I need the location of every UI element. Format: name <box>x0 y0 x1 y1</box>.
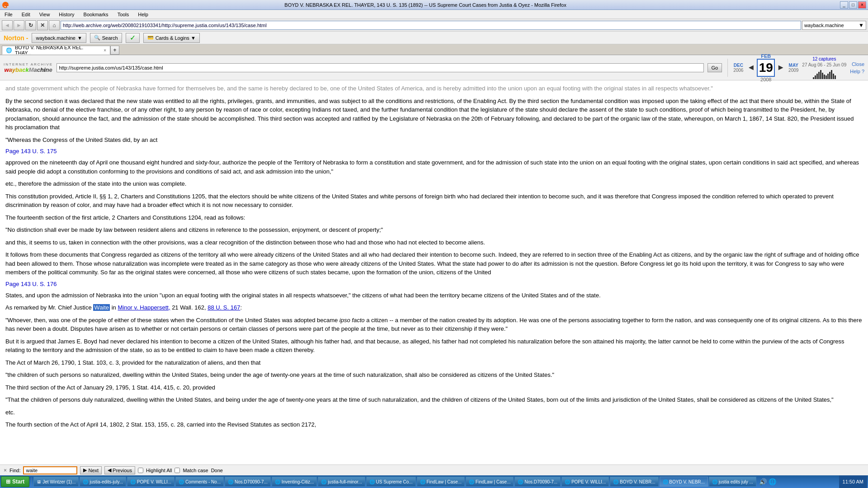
start-button[interactable]: ⊞ Start <box>1 476 29 487</box>
taskbar-label-0: Jet Wintzer (1)... <box>42 479 75 484</box>
para-13: As remarked by Mr. Chief Justice Waite i… <box>5 303 863 312</box>
taskbar-item-12[interactable]: 🌐 BOYD V. NEBR... <box>610 477 658 487</box>
taskbar-icon-12: 🌐 <box>613 479 618 484</box>
taskbar-label-14: justia edits july ... <box>719 479 753 484</box>
taskbar-item-8[interactable]: 🌐 FindLaw | Case... <box>417 477 465 487</box>
menu-history[interactable]: History <box>56 11 77 18</box>
para-9: and this, it seems to us, taken in conne… <box>5 238 863 247</box>
norton-logo: Norton - <box>4 34 28 42</box>
previous-label: Previous <box>113 468 132 473</box>
find-previous-button[interactable]: ◀ Previous <box>104 466 135 474</box>
stop-button[interactable]: ✕ <box>37 20 48 30</box>
reload-button[interactable]: ↻ <box>25 20 36 30</box>
wayback-url-input[interactable] <box>57 63 703 72</box>
taskbar-item-5[interactable]: 🌐 Inventing-Citiz... <box>272 477 317 487</box>
88us167-link[interactable]: 88 U. S. 167 <box>208 304 240 311</box>
svg-text:🦊: 🦊 <box>4 2 9 8</box>
prev-month-button[interactable]: ◄ <box>747 63 755 72</box>
taskbar-icon-4: 🌐 <box>228 479 233 484</box>
taskbar-item-4[interactable]: 🌐 Nos.D70090-7... <box>225 477 271 487</box>
windows-icon: ⊞ <box>6 479 10 485</box>
year-2006: 2006 <box>733 68 743 73</box>
find-next-button[interactable]: ▶ Next <box>80 466 102 474</box>
menu-file[interactable]: File <box>2 11 15 18</box>
taskbar-item-10[interactable]: 🌐 Nos.D70090-7... <box>514 477 561 487</box>
highlight-all-checkbox[interactable] <box>138 468 143 473</box>
taskbar-item-11[interactable]: 🌐 POPE V. WILLI... <box>561 477 609 487</box>
taskbar-icon-8: 🌐 <box>420 479 425 484</box>
para-1: By the second section it was declared th… <box>5 97 863 132</box>
cards-logins-label: Cards & Logins ▼ <box>156 35 196 41</box>
search-label: Search <box>102 35 118 41</box>
para-7: The fourteenth section of the first arti… <box>5 213 863 222</box>
norton-bar: Norton - wayback.machine ▼ 🔍 Search ✓ 💳 … <box>0 32 868 44</box>
menu-help[interactable]: Help <box>135 11 151 18</box>
check-button[interactable]: ✓ <box>126 33 140 43</box>
close-wayback-button[interactable]: Close <box>852 61 864 67</box>
maximize-button[interactable]: □ <box>849 1 857 9</box>
taskbar-item-1[interactable]: 🌐 justia-edits-july... <box>80 477 126 487</box>
menu-view[interactable]: View <box>37 11 53 18</box>
help-button[interactable]: Help ? <box>850 69 864 74</box>
tl-bar-10 <box>829 72 830 79</box>
para-0: and state government which the people of… <box>5 84 863 93</box>
minimize-button[interactable]: _ <box>840 1 848 9</box>
taskbar-item-9[interactable]: 🌐 FindLaw | Case... <box>466 477 514 487</box>
next-month-button[interactable]: ► <box>777 63 785 72</box>
taskbar-item-3[interactable]: 🌐 Comments - No... <box>175 477 224 487</box>
tl-bar-2 <box>815 75 816 79</box>
search-button[interactable]: 🔍 Search <box>90 33 122 43</box>
search-input[interactable] <box>802 21 857 29</box>
back-button[interactable]: ◄ <box>2 20 13 30</box>
internet-archive-label: INTERNET ARCHIVE <box>4 62 53 66</box>
para-4: approved on the nineteenth day of April … <box>5 158 863 176</box>
wayback-go-button[interactable]: Go <box>708 63 722 72</box>
find-input[interactable] <box>23 466 77 474</box>
taskbar-item-2[interactable]: 🌐 POPE V. WILLI... <box>127 477 175 487</box>
para-21: The fourth section of the Act of April 1… <box>5 420 863 429</box>
menu-edit[interactable]: Edit <box>19 11 33 18</box>
para-17: "the children of such persons so natural… <box>5 371 863 380</box>
wayback-logo: INTERNET ARCHIVE waybackMachine <box>4 62 53 73</box>
next-label: Next <box>88 468 99 473</box>
taskbar-icon-13: 🌐 <box>663 479 668 484</box>
may-month[interactable]: MAY 2009 <box>788 63 798 73</box>
dropdown-icon: ▼ <box>77 35 82 41</box>
taskbar-label-2: POPE V. WILLI... <box>137 479 171 484</box>
home-button[interactable]: ⌂ <box>49 20 60 30</box>
taskbar-item-7[interactable]: 🌐 US Supreme Co... <box>366 477 416 487</box>
wayback-machine-button[interactable]: wayback.machine ▼ <box>32 33 86 43</box>
menu-bookmarks[interactable]: Bookmarks <box>81 11 111 18</box>
taskbar-item-14[interactable]: 🌐 justia edits july ... <box>709 477 756 487</box>
cards-logins-button[interactable]: 💳 Cards & Logins ▼ <box>143 33 200 43</box>
forward-button[interactable]: ► <box>14 20 24 30</box>
taskbar-item-0[interactable]: 🖥 Jet Wintzer (1)... <box>33 477 79 487</box>
address-bar[interactable] <box>61 21 801 30</box>
tl-bar-3 <box>816 74 818 79</box>
find-bar: × Find: ▶ Next ◀ Previous Highlight All … <box>0 465 868 475</box>
tab-active[interactable]: 🌐 BOYD V. NEBRASKA EX REL. THAY... × <box>2 46 110 55</box>
tab-close-button[interactable]: × <box>104 48 106 53</box>
close-button[interactable]: × <box>858 1 866 9</box>
taskbar-item-6[interactable]: 🌐 justia-full-minor... <box>318 477 365 487</box>
taskbar-label-1: justia-edits-july... <box>90 479 123 484</box>
para-6: This constitution provided, Article II, … <box>5 192 863 210</box>
taskbar-label-8: FindLaw | Case... <box>426 479 462 484</box>
tl-bar-1 <box>813 77 814 79</box>
content-area[interactable]: and state government which the people of… <box>0 80 868 465</box>
minor-v-happersett-link[interactable]: Minor v. Happersett, <box>118 304 170 311</box>
taskbar-item-13[interactable]: 🌐 BOYD V. NEBR... <box>660 477 708 487</box>
match-case-checkbox[interactable] <box>175 468 180 473</box>
find-close-button[interactable]: × <box>4 467 7 474</box>
dec-month[interactable]: DEC 2006 <box>733 63 743 73</box>
page-ref-176: Page 143 U. S. 176 <box>5 281 863 287</box>
new-tab-button[interactable]: + <box>110 46 119 55</box>
find-status: Done <box>211 468 223 473</box>
captures-daterange: 27 Aug 06 - 25 Jun 09 <box>802 62 846 67</box>
taskbar-label-6: justia-full-minor... <box>328 479 362 484</box>
taskbar-label-11: POPE V. WILLI... <box>571 479 606 484</box>
search-dropdown-icon[interactable]: ▼ <box>857 22 866 28</box>
para-5: etc., therefore the admission of the sta… <box>5 179 863 188</box>
menu-tools[interactable]: Tools <box>115 11 132 18</box>
taskbar-label-7: US Supreme Co... <box>376 479 412 484</box>
